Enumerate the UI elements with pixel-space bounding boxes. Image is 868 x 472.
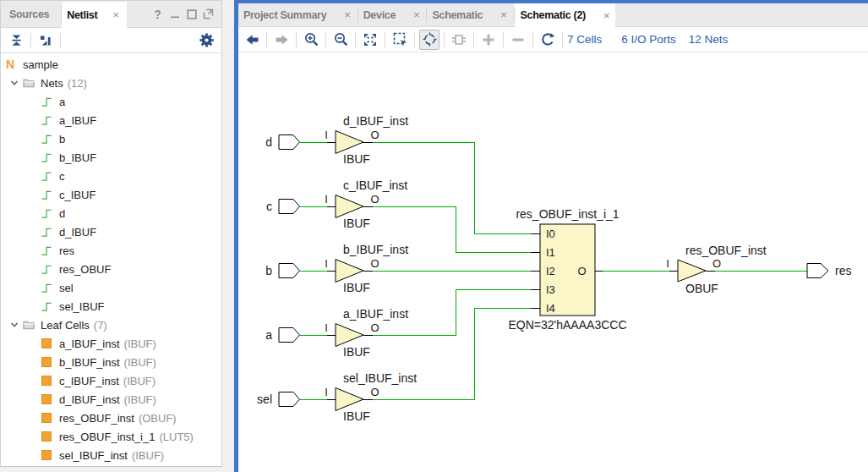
cell-icon <box>41 338 52 349</box>
tree-item[interactable]: res <box>1 241 221 260</box>
tree-item[interactable]: sel <box>1 278 221 297</box>
tree-item[interactable]: b <box>1 129 221 148</box>
tab-sources[interactable]: Sources <box>1 1 61 27</box>
chevron-down-icon <box>10 321 19 329</box>
tree-item[interactable]: sel_IBUF_inst(IBUF) <box>1 446 221 464</box>
tree-item-label: b_IBUF <box>59 151 96 164</box>
collapse-all-icon <box>10 34 23 47</box>
remove-button[interactable] <box>508 30 528 50</box>
folder-icon <box>23 320 35 330</box>
tree-item-label: sel_IBUF <box>59 300 104 313</box>
tab-schematic-2[interactable]: Schematic (2) × <box>515 3 616 27</box>
tree-item[interactable]: a <box>1 92 221 111</box>
autofit-selection-icon <box>423 32 437 47</box>
tab-project-summary[interactable]: Project Summary × <box>238 3 358 26</box>
expand-netlist-button[interactable] <box>35 30 56 51</box>
folder-icon <box>23 320 35 330</box>
forward-button[interactable] <box>271 30 292 50</box>
tree-item[interactable]: d_IBUF <box>1 222 221 241</box>
tab-netlist[interactable]: Netlist × <box>62 2 126 28</box>
tree-item[interactable]: d <box>1 204 221 222</box>
zoom-in-button[interactable] <box>301 30 321 50</box>
net-icon <box>41 115 52 126</box>
net-icon <box>41 134 52 145</box>
close-icon[interactable]: × <box>500 9 506 20</box>
netlist-root-icon: N <box>5 58 15 71</box>
back-button[interactable] <box>242 30 262 50</box>
float-icon[interactable] <box>203 8 214 20</box>
tree-item-label: res_OBUF_inst_i_1 <box>59 431 155 443</box>
tree-group-nets[interactable]: Nets(12) <box>1 74 221 92</box>
tree-group-count: (12) <box>68 77 87 90</box>
tree-item-type: (OBUF) <box>139 412 177 425</box>
tab-schematic[interactable]: Schematic × <box>427 3 513 26</box>
tree-item-label: b <box>59 133 65 145</box>
cell-icon <box>41 450 52 460</box>
tree-item[interactable]: b_IBUF_inst(IBUF) <box>1 353 221 371</box>
help-icon[interactable]: ? <box>152 8 163 20</box>
add-button[interactable] <box>478 30 499 50</box>
tree-item[interactable]: d_IBUF_inst(IBUF) <box>1 390 221 409</box>
cell-icon <box>41 394 52 404</box>
close-icon[interactable]: × <box>413 9 419 20</box>
net-icon <box>41 245 52 256</box>
net-icon <box>41 152 52 163</box>
zoom-in-icon <box>304 32 319 47</box>
tree-group-leaf-cells[interactable]: Leaf Cells(7) <box>1 316 221 334</box>
tree-item[interactable]: c_IBUF_inst(IBUF) <box>1 371 221 390</box>
tree-item[interactable]: c <box>1 167 221 185</box>
tree-item[interactable]: res_OBUF_inst_i_1(LUT5) <box>1 427 221 446</box>
tree-item-type: (LUT5) <box>159 431 193 443</box>
net-icon <box>41 115 52 126</box>
zoom-selection-button[interactable] <box>390 30 410 50</box>
net-icon <box>41 96 52 107</box>
net-icon <box>41 283 52 294</box>
regenerate-button[interactable] <box>538 30 558 50</box>
tree-item[interactable]: c_IBUF <box>1 185 221 204</box>
chevron-down-icon[interactable] <box>10 79 19 87</box>
collapse-all-button[interactable] <box>6 30 26 51</box>
expand-netlist-icon <box>39 34 52 47</box>
tree-item-label: c_IBUF <box>59 189 96 201</box>
net-icon <box>41 152 52 163</box>
cells-link[interactable]: 7 Cells <box>567 33 602 46</box>
io-ports-link[interactable]: 6 I/O Ports <box>621 33 676 46</box>
tab-netlist-label: Netlist <box>67 9 97 21</box>
folder-icon <box>23 78 35 88</box>
tree-item[interactable]: res_OBUF <box>1 260 221 278</box>
cell-icon <box>41 357 52 367</box>
zoom-fit-icon <box>363 33 377 47</box>
autofit-selection-button[interactable] <box>419 30 439 50</box>
tree-item[interactable]: a_IBUF_inst(IBUF) <box>1 334 221 353</box>
tree-item[interactable]: b_IBUF <box>1 148 221 167</box>
toolbar-separator <box>60 33 61 48</box>
close-icon[interactable]: × <box>603 10 609 21</box>
tree-item-type: (IBUF) <box>124 356 156 369</box>
close-icon[interactable]: × <box>344 9 350 20</box>
gear-icon <box>199 33 214 47</box>
tree-root-label: sample <box>23 58 58 71</box>
close-icon[interactable]: × <box>112 9 118 20</box>
tab-device[interactable]: Device × <box>358 3 427 26</box>
toolbar-separator <box>414 32 415 47</box>
left-tabbar: Sources Netlist × ? <box>1 1 221 28</box>
tree-item[interactable]: sel_IBUF <box>1 297 221 316</box>
net-icon <box>41 227 52 238</box>
netlist-toolbar <box>1 28 221 53</box>
nets-link[interactable]: 12 Nets <box>689 33 729 46</box>
maximize-icon[interactable] <box>186 8 197 20</box>
minimize-icon[interactable] <box>169 8 180 20</box>
settings-button[interactable] <box>196 30 216 51</box>
tree-group-label: Leaf Cells <box>41 319 90 332</box>
tree-item[interactable]: res_OBUF_inst(OBUF) <box>1 409 221 427</box>
net-icon <box>41 301 52 312</box>
refresh-icon <box>541 32 555 47</box>
zoom-out-button[interactable] <box>330 30 351 50</box>
tree-root-item[interactable]: Nsample <box>1 55 221 74</box>
add-cell-button[interactable] <box>449 30 469 50</box>
toolbar-separator <box>444 32 445 47</box>
chevron-down-icon[interactable] <box>10 321 19 329</box>
schematic-canvas[interactable] <box>477 56 868 472</box>
zoom-fit-button[interactable] <box>360 30 380 50</box>
tree-item[interactable]: a_IBUF <box>1 111 221 129</box>
